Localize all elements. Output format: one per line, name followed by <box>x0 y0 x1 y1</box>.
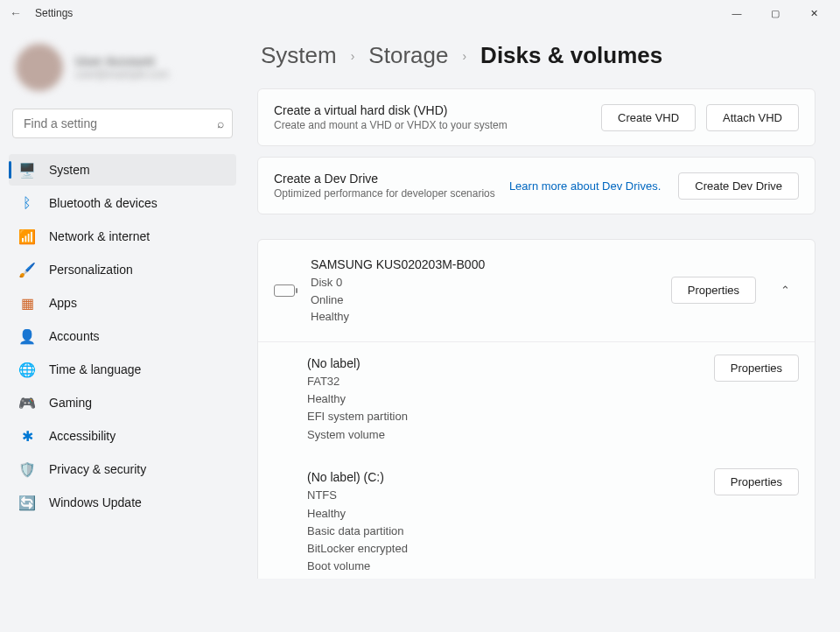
attach-vhd-button[interactable]: Attach VHD <box>706 104 799 131</box>
sidebar-item-time[interactable]: 🌐 Time & language <box>9 354 236 385</box>
sidebar-item-system[interactable]: 🖥️ System <box>9 154 236 186</box>
back-button[interactable]: ← <box>7 4 24 22</box>
shield-icon: 🛡️ <box>19 461 35 477</box>
close-button[interactable]: ✕ <box>794 4 833 23</box>
brush-icon: 🖌️ <box>19 262 35 277</box>
dev-drive-title: Create a Dev Drive <box>274 172 499 186</box>
volume-detail: BitLocker encrypted <box>307 540 698 558</box>
volume-properties-button[interactable]: Properties <box>714 355 799 382</box>
system-icon: 🖥️ <box>19 162 35 178</box>
user-account-row[interactable]: User Account user@example.com <box>9 37 236 109</box>
sidebar-item-label: Network & internet <box>49 229 150 243</box>
sidebar-item-personalization[interactable]: 🖌️ Personalization <box>9 254 236 285</box>
breadcrumb-storage[interactable]: Storage <box>368 42 448 69</box>
chevron-up-icon[interactable]: ⌃ <box>772 280 799 300</box>
disk-status: Online <box>311 291 655 309</box>
sidebar-item-label: Privacy & security <box>49 462 146 476</box>
minimize-button[interactable]: ― <box>718 4 756 23</box>
volume-detail: System volume <box>307 426 698 444</box>
breadcrumb-system[interactable]: System <box>261 42 337 69</box>
chevron-right-icon: › <box>351 49 355 63</box>
sidebar: User Account user@example.com ⌕ 🖥️ Syste… <box>0 26 245 632</box>
search-box: ⌕ <box>12 109 233 138</box>
dev-drive-card: Create a Dev Drive Optimized performance… <box>257 157 816 214</box>
accessibility-icon: ✱ <box>19 428 35 444</box>
sidebar-item-label: Accounts <box>49 329 100 343</box>
volume-name: (No label) <box>307 355 698 374</box>
volume-name: (No label) (C:) <box>307 468 698 488</box>
create-dev-drive-button[interactable]: Create Dev Drive <box>678 172 799 200</box>
sidebar-item-label: Bluetooth & devices <box>49 196 158 210</box>
sidebar-item-accessibility[interactable]: ✱ Accessibility <box>9 420 236 452</box>
sidebar-item-privacy[interactable]: 🛡️ Privacy & security <box>9 453 236 485</box>
gamepad-icon: 🎮 <box>19 395 35 411</box>
dev-drive-subtitle: Optimized performance for developer scen… <box>274 187 499 200</box>
volume-filesystem: NTFS <box>307 487 698 504</box>
wifi-icon: 📶 <box>19 228 35 244</box>
apps-icon: ▦ <box>19 295 35 311</box>
user-name: User Account <box>75 54 169 68</box>
update-icon: 🔄 <box>19 495 35 510</box>
disk-header-row[interactable]: SAMSUNG KUS020203M-B000 Disk 0 Online He… <box>258 240 815 342</box>
disk-icon <box>274 284 295 297</box>
sidebar-item-bluetooth[interactable]: ᛒ Bluetooth & devices <box>9 187 236 219</box>
app-title: Settings <box>35 7 73 19</box>
person-icon: 👤 <box>19 328 35 344</box>
content-area: System › Storage › Disks & volumes Creat… <box>245 26 840 632</box>
sidebar-item-apps[interactable]: ▦ Apps <box>9 287 236 319</box>
volume-row: (No label)FAT32HealthyEFI system partiti… <box>258 342 815 456</box>
chevron-right-icon: › <box>462 49 466 63</box>
volume-detail: Boot volume <box>307 558 698 575</box>
volume-health: Healthy <box>307 505 698 523</box>
bluetooth-icon: ᛒ <box>19 195 35 211</box>
nav-list: 🖥️ System ᛒ Bluetooth & devices 📶 Networ… <box>9 154 236 518</box>
sidebar-item-network[interactable]: 📶 Network & internet <box>9 221 236 252</box>
sidebar-item-label: Gaming <box>49 396 92 410</box>
sidebar-item-gaming[interactable]: 🎮 Gaming <box>9 387 236 418</box>
sidebar-item-label: Windows Update <box>49 495 142 509</box>
search-input[interactable] <box>12 109 233 138</box>
avatar <box>16 44 63 91</box>
create-vhd-button[interactable]: Create VHD <box>601 104 696 131</box>
sidebar-item-label: Time & language <box>49 362 141 376</box>
breadcrumb-current: Disks & volumes <box>480 42 662 69</box>
globe-icon: 🌐 <box>19 362 35 377</box>
disk-name: SAMSUNG KUS020203M-B000 <box>311 256 655 274</box>
sidebar-item-label: Apps <box>49 296 77 310</box>
disk-health: Healthy <box>311 308 655 326</box>
sidebar-item-update[interactable]: 🔄 Windows Update <box>9 487 236 518</box>
disk-panel: SAMSUNG KUS020203M-B000 Disk 0 Online He… <box>257 239 816 579</box>
volume-filesystem: FAT32 <box>307 373 698 390</box>
vhd-card: Create a virtual hard disk (VHD) Create … <box>257 88 816 146</box>
sidebar-item-label: Accessibility <box>49 429 116 443</box>
maximize-button[interactable]: ▢ <box>756 4 794 23</box>
sidebar-item-accounts[interactable]: 👤 Accounts <box>9 320 236 352</box>
volume-row: (No label) (C:)NTFSHealthyBasic data par… <box>258 456 815 579</box>
search-icon[interactable]: ⌕ <box>217 116 224 130</box>
dev-drive-learn-link[interactable]: Learn more about Dev Drives. <box>509 179 661 193</box>
breadcrumb: System › Storage › Disks & volumes <box>257 42 819 69</box>
volume-properties-button[interactable]: Properties <box>714 468 799 495</box>
disk-number: Disk 0 <box>311 274 655 291</box>
volume-detail: EFI system partition <box>307 408 698 425</box>
vhd-card-subtitle: Create and mount a VHD or VHDX to your s… <box>274 119 591 131</box>
user-email: user@example.com <box>75 68 169 81</box>
vhd-card-title: Create a virtual hard disk (VHD) <box>274 103 591 117</box>
sidebar-item-label: Personalization <box>49 263 133 277</box>
volume-health: Healthy <box>307 390 698 408</box>
volume-detail: Basic data partition <box>307 523 698 540</box>
disk-properties-button[interactable]: Properties <box>671 277 756 304</box>
sidebar-item-label: System <box>49 163 90 177</box>
